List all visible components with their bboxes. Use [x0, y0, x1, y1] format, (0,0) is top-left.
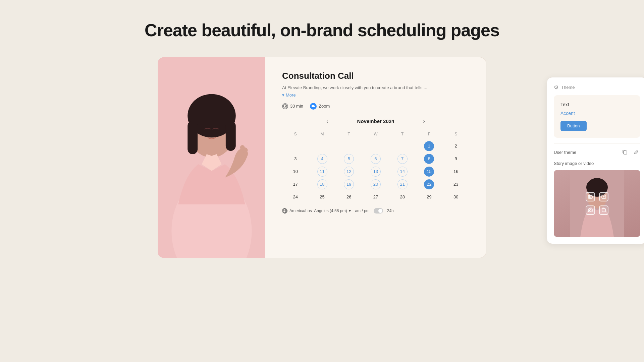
platform-item: Zoom [310, 103, 330, 110]
svg-rect-4 [187, 121, 198, 154]
calendar-row-3: 10 11 12 13 14 15 16 [282, 166, 469, 177]
theme-panel-header: ⚙ Theme [554, 84, 640, 90]
theme-panel-title: Theme [561, 85, 575, 90]
story-section-title: Story image or video [554, 161, 640, 166]
left-image-panel [158, 57, 265, 258]
story-overlay-icons [580, 187, 614, 220]
cal-day-3: 3 [282, 153, 309, 165]
calendar: ‹ November 2024 › S M T W T F S [282, 118, 469, 214]
cal-day-29: 29 [416, 191, 443, 203]
timezone-dropdown-icon[interactable]: ▾ [349, 208, 351, 213]
theme-text-label: Text [560, 102, 634, 107]
story-image-preview [554, 170, 640, 237]
svg-rect-27 [602, 208, 605, 212]
svg-rect-21 [589, 195, 590, 196]
day-header-m: M [309, 130, 336, 138]
duration-item: 30 min [282, 103, 303, 109]
svg-point-25 [590, 209, 591, 211]
zoom-icon [310, 103, 317, 110]
more-link[interactable]: ▾ More [282, 93, 469, 98]
cal-day-24: 24 [282, 191, 309, 203]
cal-day-empty-4 [362, 140, 389, 152]
cal-day-empty-1 [282, 140, 309, 152]
day-header-s2: S [442, 130, 469, 138]
user-theme-header: User theme [554, 148, 640, 156]
cal-day-22[interactable]: 22 [416, 179, 443, 190]
cal-day-9: 9 [442, 153, 469, 165]
cal-day-1[interactable]: 1 [416, 140, 443, 152]
calendar-row-5: 24 25 26 27 28 29 30 [282, 191, 469, 203]
page-title: Create beautiful, on-brand scheduling pa… [145, 20, 499, 40]
cal-day-18[interactable]: 18 [309, 179, 336, 190]
globe-icon [282, 208, 287, 214]
clock-icon [282, 103, 288, 109]
cal-day-25: 25 [309, 191, 336, 203]
user-theme-section: User theme [554, 143, 640, 156]
main-card: Consultation Call At Elevate Branding, w… [158, 57, 486, 258]
cal-day-empty-3 [335, 140, 362, 152]
svg-point-20 [590, 196, 591, 198]
day-header-w: W [362, 130, 389, 138]
theme-preview-box: Text Accent Button [554, 95, 640, 138]
cal-day-6[interactable]: 6 [362, 153, 389, 165]
cal-day-15[interactable]: 15 [416, 166, 443, 177]
svg-line-10 [285, 106, 286, 107]
day-header-s1: S [282, 130, 309, 138]
cal-day-empty-2 [309, 140, 336, 152]
theme-panel: ⚙ Theme Text Accent Button User theme [547, 77, 644, 244]
cal-day-4[interactable]: 4 [309, 153, 336, 165]
calendar-header: ‹ November 2024 › [282, 118, 469, 125]
calendar-days-header: S M T W T F S [282, 130, 469, 138]
svg-rect-5 [226, 121, 236, 151]
camera-icon-3[interactable] [586, 205, 595, 215]
svg-marker-23 [603, 196, 605, 198]
square-icon[interactable] [599, 205, 608, 215]
svg-rect-11 [312, 105, 314, 107]
cal-day-empty-5 [389, 140, 416, 152]
calendar-row-4: 17 18 19 20 21 22 23 [282, 179, 469, 190]
cal-day-21[interactable]: 21 [389, 179, 416, 190]
gear-icon: ⚙ [554, 84, 558, 90]
event-title: Consultation Call [282, 71, 469, 81]
svg-point-7 [240, 145, 245, 150]
cal-day-30: 30 [442, 191, 469, 203]
cal-day-26: 26 [335, 191, 362, 203]
cal-day-5[interactable]: 5 [335, 153, 362, 165]
chevron-down-icon: ▾ [282, 93, 284, 98]
cal-day-16: 16 [442, 166, 469, 177]
calendar-row-1: 1 2 [282, 140, 469, 152]
cal-day-14[interactable]: 14 [389, 166, 416, 177]
timezone-label[interactable]: America/Los_Angeles (4:58 pm) [289, 208, 347, 213]
cal-day-20[interactable]: 20 [362, 179, 389, 190]
cal-day-19[interactable]: 19 [335, 179, 362, 190]
ampm-label: am / pm [355, 208, 369, 213]
calendar-row-2: 3 4 5 6 7 8 9 [282, 153, 469, 165]
day-header-f: F [416, 130, 443, 138]
right-content-panel: Consultation Call At Elevate Branding, w… [265, 57, 486, 258]
user-theme-label: User theme [554, 150, 576, 155]
theme-button-preview[interactable]: Button [560, 121, 587, 131]
edit-theme-button[interactable] [632, 148, 640, 156]
cal-day-8[interactable]: 8 [416, 153, 443, 165]
theme-section-icons [621, 148, 640, 156]
hour24-label: 24h [387, 208, 394, 213]
event-meta: 30 min Zoom [282, 103, 469, 110]
svg-rect-26 [589, 208, 590, 209]
cal-day-13[interactable]: 13 [362, 166, 389, 177]
cal-day-28: 28 [389, 191, 416, 203]
prev-month-button[interactable]: ‹ [324, 118, 330, 125]
copy-theme-button[interactable] [621, 148, 629, 156]
time-format-toggle[interactable] [374, 208, 383, 214]
camera-icon-2[interactable] [599, 192, 608, 201]
camera-icon-1[interactable] [586, 192, 595, 201]
next-month-button[interactable]: › [421, 118, 427, 125]
theme-accent-label: Accent [560, 111, 634, 116]
duration-label: 30 min [290, 104, 303, 109]
calendar-footer: America/Los_Angeles (4:58 pm) ▾ am / pm … [282, 208, 469, 214]
day-header-t2: T [389, 130, 416, 138]
cal-day-7[interactable]: 7 [389, 153, 416, 165]
story-section: Story image or video [554, 161, 640, 237]
cal-day-11[interactable]: 11 [309, 166, 336, 177]
calendar-month-label: November 2024 [357, 118, 394, 124]
cal-day-12[interactable]: 12 [335, 166, 362, 177]
